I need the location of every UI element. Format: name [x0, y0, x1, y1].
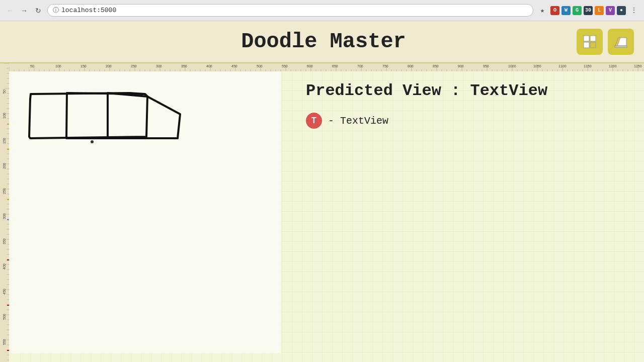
- extension-icons: O W G 30 L V ●: [550, 6, 626, 15]
- menu-icon[interactable]: ⋮: [629, 6, 639, 16]
- header-icons: [577, 29, 634, 55]
- lock-icon: ⓘ: [53, 6, 59, 15]
- svg-rect-6: [615, 46, 627, 47]
- predicted-view-title: Predicted View : TextView: [306, 81, 629, 100]
- svg-rect-0: [584, 36, 589, 41]
- top-ruler: [9, 63, 644, 71]
- eraser-icon: [613, 35, 628, 49]
- prediction-item-label: - TextView: [328, 115, 388, 127]
- eraser-button[interactable]: [608, 29, 634, 55]
- browser-chrome: ← → ↻ ⓘ localhost:5000 ★ O W G 30 L V ● …: [0, 0, 644, 21]
- svg-rect-3: [590, 42, 596, 48]
- prediction-item: T - TextView: [306, 113, 629, 129]
- bookmark-icon[interactable]: ★: [537, 6, 547, 16]
- svg-rect-2: [584, 42, 589, 48]
- address-bar[interactable]: ⓘ localhost:5000: [47, 4, 533, 17]
- back-button[interactable]: ←: [5, 6, 15, 16]
- svg-rect-1: [590, 36, 596, 41]
- drawing-canvas-wrapper[interactable]: [9, 71, 291, 362]
- grid-icon: [583, 35, 597, 49]
- url-text: localhost:5000: [61, 7, 116, 14]
- ext-icon-5[interactable]: L: [595, 6, 604, 15]
- doodle-canvas[interactable]: [9, 71, 281, 353]
- forward-button[interactable]: →: [19, 6, 29, 16]
- ext-icon-1[interactable]: O: [550, 6, 559, 15]
- reload-button[interactable]: ↻: [33, 6, 43, 16]
- ext-icon-6[interactable]: V: [606, 6, 615, 15]
- browser-actions: ★ O W G 30 L V ● ⋮: [537, 6, 639, 16]
- ext-icon-3[interactable]: G: [573, 6, 582, 15]
- main-content: Predicted View : TextView T - TextView ◀…: [0, 63, 644, 362]
- prediction-badge: T: [306, 113, 322, 129]
- left-ruler: [0, 63, 9, 362]
- ext-icon-2[interactable]: W: [561, 6, 571, 15]
- grid-view-button[interactable]: [577, 29, 603, 55]
- prediction-panel: Predicted View : TextView T - TextView: [291, 71, 644, 362]
- content-area: Predicted View : TextView T - TextView: [9, 71, 644, 362]
- app-title: Doodle Master: [70, 30, 577, 54]
- app-header: Doodle Master: [0, 21, 644, 63]
- ext-icon-4[interactable]: 30: [584, 6, 593, 15]
- ext-icon-7[interactable]: ●: [617, 6, 626, 15]
